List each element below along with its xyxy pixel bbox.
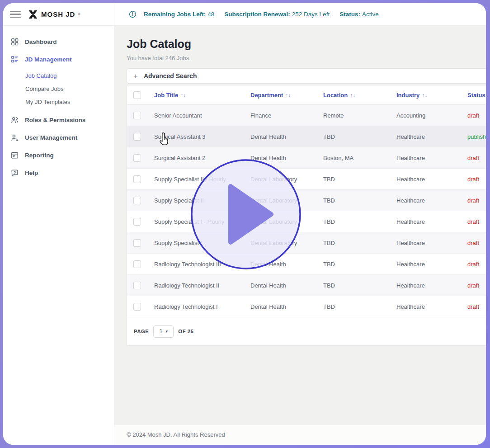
brand-name: MOSH JD xyxy=(41,10,75,18)
subscription-status-bar: Remaining Jobs Left:48 Subscription Rene… xyxy=(114,3,486,26)
sidebar-item-roles-permissions[interactable]: Roles & Permissions xyxy=(3,111,114,129)
jobs-total-text: You have total 246 Jobs. xyxy=(127,55,486,61)
cell-location: TBD xyxy=(323,197,396,204)
sort-icon[interactable]: ↑↓ xyxy=(180,92,186,99)
cell-industry: Healthcare xyxy=(396,240,467,246)
sidebar-nav: Dashboard JD Management Job Catalog Comp… xyxy=(3,26,114,182)
table-row[interactable]: Senior Accountant Finance Remote Account… xyxy=(127,105,486,126)
status-badge: draft xyxy=(467,303,486,310)
row-checkbox[interactable] xyxy=(133,282,141,289)
cell-industry: Healthcare xyxy=(396,155,467,161)
table-row[interactable]: Supply Specialist II - Hourly Dental Lab… xyxy=(127,169,486,190)
cell-location: TBD xyxy=(323,261,396,268)
status-badge: draft xyxy=(467,218,486,225)
cell-location: TBD xyxy=(323,218,396,225)
page-label: PAGE xyxy=(134,329,149,334)
cell-location: TBD xyxy=(323,282,396,289)
status-badge: draft xyxy=(467,155,486,161)
brand-logo[interactable]: MOSH JD ® xyxy=(28,9,80,20)
copyright-text: © 2024 Mosh JD. All Rights Reserved xyxy=(127,431,225,438)
cell-location: Boston, MA xyxy=(323,155,396,161)
status-badge: draft xyxy=(467,261,486,268)
cell-department: Finance xyxy=(250,112,323,119)
cell-job-title[interactable]: Surgical Assistant 3 xyxy=(154,133,250,140)
select-all-checkbox[interactable] xyxy=(133,91,141,99)
sidebar-item-label: User Management xyxy=(25,134,77,141)
user-icon xyxy=(10,133,19,142)
cell-industry: Healthcare xyxy=(396,303,467,310)
cell-job-title[interactable]: Radiology Technologist I xyxy=(154,303,250,310)
info-alert-icon xyxy=(129,10,137,18)
page-select-dropdown[interactable]: 1 ▾ xyxy=(153,325,174,338)
advanced-search-label: Advanced Search xyxy=(144,72,197,80)
sidebar-subitem-job-catalog[interactable]: Job Catalog xyxy=(3,69,114,82)
row-checkbox[interactable] xyxy=(133,260,141,268)
table-row[interactable]: Supply Specialist I Dental Laboratory TB… xyxy=(127,232,486,254)
row-checkbox[interactable] xyxy=(133,239,141,247)
table-header-row: Job Title↑↓ Department↑↓ Location↑↓ Indu… xyxy=(127,85,486,105)
row-checkbox[interactable] xyxy=(133,303,141,311)
column-header-location[interactable]: Location↑↓ xyxy=(323,92,396,99)
column-header-status[interactable]: Status xyxy=(467,92,486,99)
table-row[interactable]: Surgical Assistant 2 Dental Health Bosto… xyxy=(127,147,486,169)
table-row[interactable]: Radiology Technologist I Dental Health T… xyxy=(127,296,486,317)
row-checkbox[interactable] xyxy=(133,112,141,119)
column-header-department[interactable]: Department↑↓ xyxy=(250,92,323,99)
hamburger-menu-icon[interactable] xyxy=(10,11,21,18)
cell-job-title[interactable]: Radiology Technologist II xyxy=(154,282,250,289)
table-row[interactable]: Surgical Assistant 3 Dental Health TBD H… xyxy=(127,126,486,147)
sidebar-item-dashboard[interactable]: Dashboard xyxy=(3,33,114,51)
cell-industry: Healthcare xyxy=(396,133,467,140)
page-count-label: OF 25 xyxy=(178,329,193,334)
row-checkbox[interactable] xyxy=(133,197,141,204)
column-header-job-title[interactable]: Job Title↑↓ xyxy=(154,92,250,99)
cell-location: TBD xyxy=(323,133,396,140)
remaining-jobs-label: Remaining Jobs Left: xyxy=(144,11,206,18)
status-badge: draft xyxy=(467,176,486,183)
row-checkbox[interactable] xyxy=(133,133,141,141)
advanced-search-toggle[interactable]: + Advanced Search xyxy=(127,68,486,84)
logo-bar: MOSH JD ® xyxy=(3,3,114,26)
sidebar-subitem-my-jd-templates[interactable]: My JD Templates xyxy=(3,95,114,108)
mosh-x-logo-icon xyxy=(28,9,38,20)
sidebar-item-jd-management[interactable]: JD Management xyxy=(3,51,114,68)
account-status-label: Status: xyxy=(339,11,360,18)
row-checkbox[interactable] xyxy=(133,218,141,226)
sidebar-item-label: Dashboard xyxy=(25,38,57,45)
sidebar-item-reporting[interactable]: Reporting xyxy=(3,146,114,164)
sidebar-item-label: Help xyxy=(25,170,38,176)
cell-location: TBD xyxy=(323,240,396,246)
subscription-renewal-value: 252 Days Left xyxy=(292,11,330,18)
cell-job-title[interactable]: Senior Accountant xyxy=(154,112,250,119)
sidebar-item-label: Roles & Permissions xyxy=(25,117,85,123)
row-checkbox[interactable] xyxy=(133,175,141,183)
help-chat-icon xyxy=(10,169,19,177)
status-badge: draft xyxy=(467,197,486,204)
cell-department: Dental Health xyxy=(250,282,323,289)
row-checkbox[interactable] xyxy=(133,154,141,162)
sort-icon[interactable]: ↑↓ xyxy=(350,92,355,99)
brand-registered-mark: ® xyxy=(78,13,80,16)
video-play-button[interactable] xyxy=(190,158,302,270)
account-status: Status:Active xyxy=(339,11,379,18)
current-page-value: 1 xyxy=(160,328,163,335)
cell-industry: Healthcare xyxy=(396,218,467,225)
sort-icon[interactable]: ↑↓ xyxy=(285,92,291,99)
cell-location: TBD xyxy=(323,176,396,183)
page-title: Job Catalog xyxy=(127,38,486,51)
cell-industry: Healthcare xyxy=(396,282,467,289)
dashboard-grid-icon xyxy=(10,38,19,46)
table-row[interactable]: Supply Specialist I - Hourly Dental Labo… xyxy=(127,211,486,232)
cell-location: Remote xyxy=(323,112,396,119)
footer: © 2024 Mosh JD. All Rights Reserved xyxy=(114,424,486,445)
sidebar-item-help[interactable]: Help xyxy=(3,164,114,182)
table-row[interactable]: Radiology Technologist III Dental Health… xyxy=(127,254,486,275)
table-row[interactable]: Radiology Technologist II Dental Health … xyxy=(127,275,486,296)
table-row[interactable]: Supply Specialist II Dental Laboratory T… xyxy=(127,190,486,211)
sidebar-subitem-compare-jobs[interactable]: Compare Jobs xyxy=(3,82,114,95)
column-header-industry[interactable]: Industry↑↓ xyxy=(396,92,467,99)
sort-icon[interactable]: ↑↓ xyxy=(422,92,427,99)
sidebar-item-user-management[interactable]: User Management xyxy=(3,129,114,146)
status-badge: draft xyxy=(467,282,486,289)
sidebar: MOSH JD ® Dashboard JD Management xyxy=(3,3,114,445)
